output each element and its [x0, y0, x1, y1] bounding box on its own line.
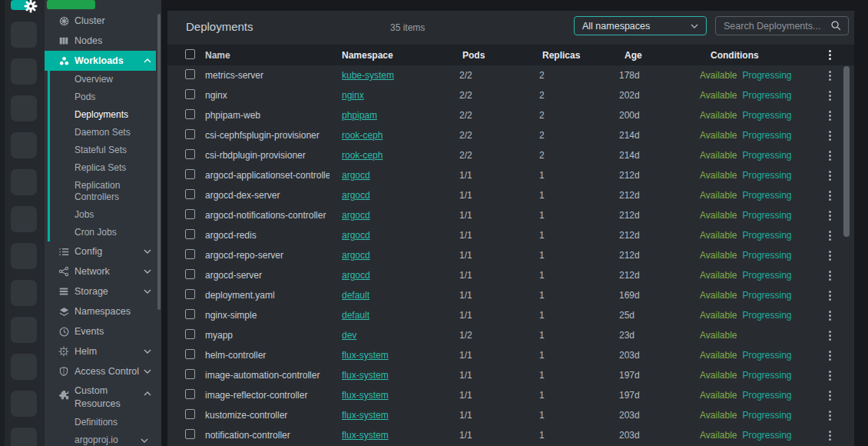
row-menu-icon[interactable] — [829, 391, 831, 401]
app-icon-placeholder[interactable] — [11, 391, 37, 417]
namespace-link[interactable]: default — [342, 290, 369, 301]
sidebar-subitem-overview[interactable]: Overview — [50, 71, 156, 88]
column-header-pods[interactable]: Pods — [459, 50, 539, 61]
row-menu-icon[interactable] — [829, 131, 831, 141]
sidebar-item-access-control[interactable]: Access Control — [45, 361, 156, 381]
row-checkbox[interactable] — [185, 249, 195, 259]
column-header-name[interactable]: Name — [205, 50, 330, 61]
sidebar-item-cluster[interactable]: Cluster — [45, 11, 156, 31]
sidebar-subitem-deployments[interactable]: Deployments — [50, 106, 156, 124]
row-checkbox[interactable] — [185, 389, 195, 399]
sidebar-subitem-daemon-sets[interactable]: Daemon Sets — [50, 124, 156, 141]
column-header-conditions[interactable]: Conditions — [700, 50, 827, 61]
namespace-link[interactable]: argocd — [342, 210, 370, 221]
app-icon-placeholder[interactable] — [11, 132, 37, 158]
row-menu-icon[interactable] — [829, 231, 831, 241]
app-icon-placeholder[interactable] — [11, 317, 37, 343]
table-menu-icon[interactable] — [829, 50, 831, 60]
sidebar-subitem-cron-jobs[interactable]: Cron Jobs — [50, 224, 156, 241]
row-menu-icon[interactable] — [829, 171, 831, 181]
namespace-link[interactable]: rook-ceph — [342, 130, 383, 141]
namespace-link[interactable]: argocd — [342, 270, 370, 281]
sidebar-subitem-replica-sets[interactable]: Replica Sets — [50, 159, 156, 177]
column-header-replicas[interactable]: Replicas — [539, 50, 619, 61]
sidebar-item-nodes[interactable]: Nodes — [45, 31, 156, 51]
sidebar-item-storage[interactable]: Storage — [45, 281, 156, 301]
row-menu-icon[interactable] — [829, 211, 831, 221]
row-checkbox[interactable] — [185, 149, 195, 159]
row-menu-icon[interactable] — [829, 71, 831, 81]
row-menu-icon[interactable] — [829, 91, 831, 101]
sidebar-item-custom-resources[interactable]: Custom Resources — [45, 381, 156, 414]
sidebar-subitem-pods[interactable]: Pods — [50, 88, 156, 106]
row-checkbox[interactable] — [185, 169, 195, 179]
namespace-link[interactable]: flux-system — [342, 390, 389, 401]
app-icon-placeholder[interactable] — [11, 428, 37, 446]
row-checkbox[interactable] — [185, 189, 195, 199]
namespace-link[interactable]: flux-system — [342, 430, 389, 441]
sidebar-item-workloads[interactable]: Workloads — [45, 51, 156, 71]
sidebar-subitem-argoproj-io[interactable]: argoproj.io — [50, 431, 156, 446]
sidebar-subitem-stateful-sets[interactable]: Stateful Sets — [50, 141, 156, 159]
namespace-link[interactable]: argocd — [342, 170, 370, 181]
row-checkbox[interactable] — [185, 129, 195, 139]
row-checkbox[interactable] — [185, 409, 195, 419]
row-checkbox[interactable] — [185, 309, 195, 319]
sidebar-item-config[interactable]: Config — [45, 241, 156, 261]
namespace-link[interactable]: nginx — [342, 90, 364, 101]
row-checkbox[interactable] — [185, 229, 195, 239]
sidebar-item-network[interactable]: Network — [45, 261, 156, 281]
app-icon-placeholder[interactable] — [11, 95, 37, 121]
row-menu-icon[interactable] — [829, 291, 831, 301]
row-checkbox[interactable] — [185, 349, 195, 359]
column-header-namespace[interactable]: Namespace — [342, 50, 459, 61]
sidebar-item-namespaces[interactable]: Namespaces — [45, 301, 156, 321]
sidebar-scrollbar[interactable] — [157, 14, 161, 310]
namespace-filter-select[interactable]: All namespaces — [574, 16, 707, 35]
row-checkbox[interactable] — [185, 289, 195, 299]
row-menu-icon[interactable] — [829, 431, 831, 441]
select-all-checkbox[interactable] — [185, 49, 195, 59]
row-menu-icon[interactable] — [829, 151, 831, 161]
settings-gear-icon[interactable] — [23, 0, 38, 14]
row-menu-icon[interactable] — [829, 311, 831, 321]
namespace-link[interactable]: dev — [342, 330, 356, 341]
row-menu-icon[interactable] — [829, 271, 831, 281]
row-checkbox[interactable] — [185, 209, 195, 219]
sidebar-item-events[interactable]: Events — [45, 321, 156, 341]
table-scrollbar[interactable] — [843, 66, 850, 237]
app-icon-placeholder[interactable] — [11, 280, 37, 306]
row-menu-icon[interactable] — [829, 351, 831, 361]
namespace-link[interactable]: argocd — [342, 250, 370, 261]
row-checkbox[interactable] — [185, 89, 195, 99]
app-icon-placeholder[interactable] — [11, 243, 37, 269]
namespace-link[interactable]: flux-system — [342, 370, 389, 381]
sidebar-subitem-jobs[interactable]: Jobs — [50, 206, 156, 224]
sidebar-item-helm[interactable]: Helm — [45, 341, 156, 361]
sidebar-subitem-replication-controllers[interactable]: Replication Controllers — [50, 177, 156, 206]
row-checkbox[interactable] — [185, 269, 195, 279]
namespace-link[interactable]: argocd — [342, 230, 370, 241]
row-menu-icon[interactable] — [829, 331, 831, 341]
namespace-link[interactable]: default — [342, 310, 369, 321]
app-icon-placeholder[interactable] — [11, 169, 37, 195]
namespace-link[interactable]: argocd — [342, 190, 370, 201]
row-checkbox[interactable] — [185, 109, 195, 119]
logo-button[interactable] — [47, 0, 95, 9]
row-menu-icon[interactable] — [829, 371, 831, 381]
row-checkbox[interactable] — [185, 429, 195, 439]
namespace-link[interactable]: kube-system — [342, 70, 394, 81]
column-header-age[interactable]: Age — [619, 50, 700, 61]
namespace-link[interactable]: phpipam — [342, 110, 377, 121]
namespace-link[interactable]: flux-system — [342, 350, 389, 361]
app-icon-placeholder[interactable] — [11, 354, 37, 380]
app-icon-placeholder[interactable] — [11, 58, 37, 85]
row-menu-icon[interactable] — [829, 111, 831, 121]
namespace-link[interactable]: rook-ceph — [342, 150, 383, 161]
sidebar-subitem-definitions[interactable]: Definitions — [50, 414, 156, 431]
row-checkbox[interactable] — [185, 369, 195, 379]
row-checkbox[interactable] — [185, 329, 195, 339]
app-icon-placeholder[interactable] — [11, 206, 37, 232]
row-menu-icon[interactable] — [829, 411, 831, 421]
search-input[interactable]: Search Deployments... — [715, 16, 849, 35]
